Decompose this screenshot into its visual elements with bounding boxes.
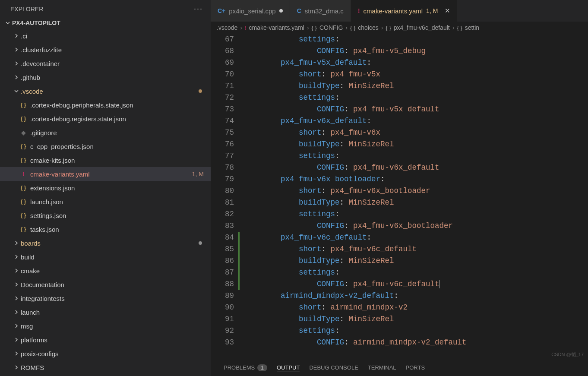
chevron-right-icon: › [452, 24, 455, 31]
tree-item-integrationtests[interactable]: integrationtests [0, 291, 211, 305]
tree-item--github[interactable]: .github [0, 70, 211, 84]
chevron-right-icon: › [381, 24, 383, 31]
tree-item-cmake[interactable]: cmake [0, 264, 211, 278]
tree-item--cortex-debug-peripherals-state-json[interactable]: { }.cortex-debug.peripherals.state.json [0, 98, 211, 112]
tree-item-msg[interactable]: msg [0, 319, 211, 333]
tree-item-posix-configs[interactable]: posix-configs [0, 347, 211, 360]
tree-item-tasks-json[interactable]: { }tasks.json [0, 222, 211, 236]
breadcrumb-icon: ! [245, 25, 247, 31]
panel-output[interactable]: OUTPUT [277, 364, 300, 372]
file-label: Documentation [21, 281, 211, 288]
tree-item-launch[interactable]: launch [0, 305, 211, 319]
tab-stm32-dma-c[interactable]: Cstm32_dma.c [290, 0, 351, 22]
tab-label: cmake-variants.yaml [364, 7, 423, 15]
root-folder-label: PX4-AUTOPILOT [12, 19, 60, 26]
explorer-sidebar: EXPLORER ··· PX4-AUTOPILOT .ci.clusterfu… [0, 0, 211, 376]
chevron-right-icon [12, 33, 21, 38]
file-label: cmake-variants.yaml [30, 171, 192, 178]
tree-item-c-cpp-properties-json[interactable]: { }c_cpp_properties.json [0, 139, 211, 153]
chevron-right-icon [12, 268, 21, 273]
file-label: settings.json [30, 212, 211, 219]
tab-px4io-serial-cpp[interactable]: C+px4io_serial.cpp [211, 0, 290, 22]
file-label: cmake [21, 267, 211, 275]
breadcrumb-segment[interactable]: CONFIG [319, 24, 343, 31]
chevron-down-icon [3, 20, 12, 25]
modified-dot [279, 9, 283, 13]
file-label: .gitignore [30, 129, 211, 136]
panel-terminal[interactable]: TERMINAL [368, 364, 396, 371]
tree-item-boards[interactable]: boards [0, 236, 211, 250]
file-label: posix-configs [21, 350, 211, 357]
file-tree: .ci.clusterfuzzlite.devcontainer.github.… [0, 29, 211, 376]
json-icon: { } [19, 116, 28, 122]
breadcrumb-icon: { } [386, 25, 391, 31]
more-icon[interactable]: ··· [194, 4, 203, 13]
file-label: tasks.json [30, 226, 211, 233]
chevron-right-icon: › [307, 24, 309, 31]
git-icon: ◆ [19, 129, 28, 136]
breadcrumb-segment[interactable]: cmake-variants.yaml [249, 24, 304, 31]
cpp-icon: C+ [218, 7, 225, 14]
file-label: boards [21, 240, 199, 247]
json-icon: { } [19, 157, 28, 163]
json-icon: { } [19, 199, 28, 205]
breadcrumb-icon: { } [312, 25, 317, 31]
tab-cmake-variants-yaml[interactable]: !cmake-variants.yaml1, M✕ [351, 0, 458, 22]
breadcrumb-segment[interactable]: choices [358, 24, 378, 31]
tab-status-badge: 1, M [426, 7, 438, 14]
tree-item--cortex-debug-registers-state-json[interactable]: { }.cortex-debug.registers.state.json [0, 112, 211, 126]
json-icon: { } [19, 212, 28, 218]
root-folder[interactable]: PX4-AUTOPILOT [0, 17, 211, 29]
breadcrumb-segment[interactable]: px4_fmu-v6c_default [394, 24, 450, 31]
file-label: .ci [21, 32, 211, 40]
tab-label: px4io_serial.cpp [229, 7, 275, 15]
breadcrumb-segment[interactable]: .vscode [217, 24, 237, 31]
chevron-right-icon [12, 254, 21, 259]
chevron-right-icon [12, 351, 21, 356]
tree-item-launch-json[interactable]: { }launch.json [0, 195, 211, 209]
breadcrumb-segment[interactable]: settin [465, 24, 479, 31]
panel-ports[interactable]: PORTS [406, 364, 425, 371]
tree-item-build[interactable]: build [0, 250, 211, 264]
tree-item-settings-json[interactable]: { }settings.json [0, 209, 211, 222]
file-label: extensions.json [30, 184, 211, 192]
panel-debug-console[interactable]: DEBUG CONSOLE [309, 364, 358, 371]
editor-main: C+px4io_serial.cppCstm32_dma.c!cmake-var… [211, 0, 588, 376]
chevron-right-icon [12, 61, 21, 66]
bottom-panel: PROBLEMS 1 OUTPUT DEBUG CONSOLE TERMINAL… [211, 359, 588, 376]
tree-item--gitignore[interactable]: ◆.gitignore [0, 126, 211, 139]
explorer-header: EXPLORER ··· [0, 0, 211, 17]
panel-problems[interactable]: PROBLEMS 1 [224, 364, 267, 371]
breadcrumb-icon: { } [350, 25, 355, 31]
tree-item--devcontainer[interactable]: .devcontainer [0, 57, 211, 70]
chevron-right-icon [12, 365, 21, 370]
file-label: .cortex-debug.peripherals.state.json [30, 101, 211, 109]
tab-label: stm32_dma.c [305, 7, 344, 15]
tree-item--clusterfuzzlite[interactable]: .clusterfuzzlite [0, 43, 211, 57]
chevron-right-icon [12, 47, 21, 52]
code-area[interactable]: settings: CONFIG: px4_fmu-v5_debug px4_f… [244, 34, 588, 359]
file-label: launch.json [30, 198, 211, 205]
tabs-bar: C+px4io_serial.cppCstm32_dma.c!cmake-var… [211, 0, 588, 22]
chevron-right-icon [12, 323, 21, 329]
file-label: cmake-kits.json [30, 157, 211, 164]
yaml-icon: ! [19, 171, 28, 177]
breadcrumb-icon: { } [457, 25, 462, 31]
tree-item-platforms[interactable]: platforms [0, 333, 211, 347]
tree-item-cmake-kits-json[interactable]: { }cmake-kits.json [0, 153, 211, 167]
json-icon: { } [19, 102, 28, 108]
file-label: build [21, 253, 211, 261]
editor[interactable]: 6768697071727374757677787980818283848586… [211, 34, 588, 359]
close-icon[interactable]: ✕ [445, 7, 450, 15]
chevron-right-icon [12, 337, 21, 342]
tree-item-documentation[interactable]: Documentation [0, 278, 211, 291]
tree-item--vscode[interactable]: .vscode [0, 84, 211, 98]
tree-item-romfs[interactable]: ROMFS [0, 360, 211, 374]
file-label: .vscode [21, 88, 199, 95]
tree-item-cmake-variants-yaml[interactable]: !cmake-variants.yaml1, M [0, 167, 211, 181]
file-label: msg [21, 322, 211, 330]
tree-item--ci[interactable]: .ci [0, 29, 211, 43]
tree-item-extensions-json[interactable]: { }extensions.json [0, 181, 211, 195]
file-status-badge: 1, M [192, 171, 204, 177]
file-label: ROMFS [21, 364, 211, 371]
